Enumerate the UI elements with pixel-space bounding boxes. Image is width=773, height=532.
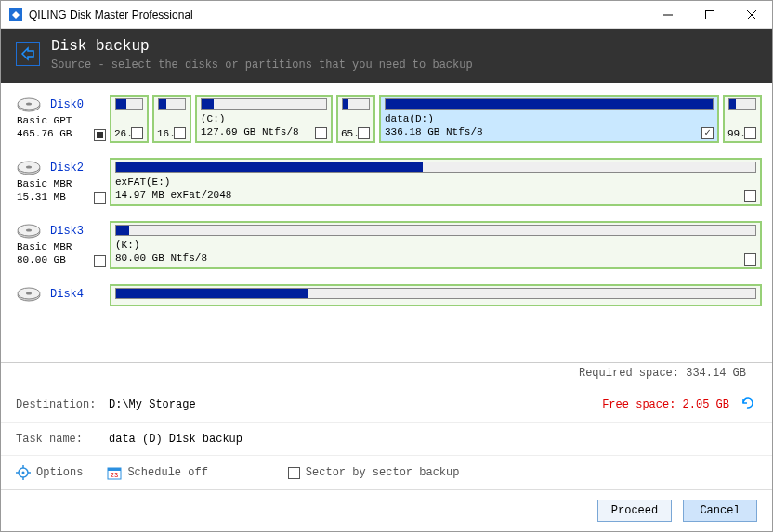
footer: Proceed Cancel bbox=[1, 490, 772, 531]
page-subtitle: Source - select the disks or partitions … bbox=[51, 58, 473, 71]
disk-info[interactable]: Disk0 Basic GPT 465.76 GB bbox=[15, 95, 106, 143]
partition-checkbox[interactable] bbox=[744, 127, 756, 139]
partition-label: (K:) bbox=[115, 240, 756, 251]
disk-drive-icon bbox=[15, 221, 43, 241]
disk-drive-icon bbox=[15, 158, 43, 178]
disk-info[interactable]: Disk4 bbox=[15, 284, 106, 306]
svg-text:23: 23 bbox=[111, 472, 118, 479]
taskname-value[interactable]: data (D) Disk backup bbox=[109, 433, 757, 446]
disk-type: Basic MBR bbox=[17, 178, 106, 189]
disk-size: 15.31 MB bbox=[17, 191, 106, 202]
schedule-button[interactable]: 23 Schedule off bbox=[107, 465, 207, 480]
partition-checkbox[interactable] bbox=[744, 253, 756, 266]
svg-point-13 bbox=[26, 229, 32, 232]
partition[interactable]: (C:) 127.69 GB Ntfs/8 bbox=[195, 95, 333, 143]
partition-detail: 80.00 GB Ntfs/8 bbox=[115, 253, 756, 264]
partition-size: 16. bbox=[157, 128, 176, 139]
disk-type: Basic GPT bbox=[17, 115, 106, 126]
destination-row: Destination: D:\My Storage Free space: 2… bbox=[1, 387, 772, 423]
page-title: Disk backup bbox=[51, 38, 473, 55]
svg-point-7 bbox=[26, 103, 32, 106]
disk-list[interactable]: Disk0 Basic GPT 465.76 GB 26. 16. (C:) 1… bbox=[1, 83, 772, 363]
page-header: Disk backup Source - select the disks or… bbox=[1, 29, 772, 83]
disk-row: Disk2 Basic MBR 15.31 MB exFAT(E:) 14.97… bbox=[12, 155, 765, 209]
svg-point-16 bbox=[26, 292, 32, 295]
disk-name: Disk3 bbox=[50, 225, 106, 238]
disk-size: 80.00 GB bbox=[17, 254, 106, 266]
options-button[interactable]: Options bbox=[16, 465, 83, 480]
partition[interactable] bbox=[110, 284, 762, 306]
disk-name: Disk4 bbox=[50, 288, 106, 301]
partition-label: exFAT(E:) bbox=[115, 176, 756, 188]
sector-backup-toggle[interactable]: Sector by sector backup bbox=[288, 466, 460, 479]
destination-label: Destination: bbox=[16, 398, 109, 411]
partition-checkbox[interactable] bbox=[358, 127, 370, 139]
gear-icon bbox=[16, 465, 31, 480]
disk-drive-icon bbox=[15, 284, 43, 305]
disk-row: Disk4 bbox=[12, 281, 765, 309]
taskname-row: Task name: data (D) Disk backup bbox=[1, 423, 772, 456]
sector-label: Sector by sector backup bbox=[306, 466, 460, 479]
disk-backup-icon bbox=[16, 42, 40, 66]
minimize-button[interactable] bbox=[647, 1, 688, 28]
disk-info[interactable]: Disk2 Basic MBR 15.31 MB bbox=[15, 158, 106, 206]
svg-rect-24 bbox=[108, 468, 121, 471]
disk-size: 465.76 GB bbox=[17, 128, 106, 139]
schedule-label: Schedule off bbox=[127, 466, 207, 479]
partition-label: data(D:) bbox=[385, 113, 714, 124]
disk-drive-icon bbox=[15, 95, 43, 115]
partition-checkbox[interactable] bbox=[174, 127, 186, 139]
partition-label: (C:) bbox=[201, 113, 327, 124]
disk-info[interactable]: Disk3 Basic MBR 80.00 GB bbox=[15, 221, 106, 269]
sector-checkbox[interactable] bbox=[288, 467, 300, 479]
options-bar: Options 23 Schedule off Sector by sector… bbox=[1, 456, 772, 490]
proceed-button[interactable]: Proceed bbox=[597, 500, 672, 522]
partition-checkbox[interactable] bbox=[315, 127, 327, 139]
svg-point-10 bbox=[26, 166, 32, 169]
partition[interactable]: 16. bbox=[152, 95, 191, 143]
refresh-icon[interactable] bbox=[740, 396, 757, 413]
disk-row: Disk3 Basic MBR 80.00 GB (K:) 80.00 GB N… bbox=[12, 218, 765, 272]
partition-checkbox[interactable] bbox=[701, 127, 714, 139]
taskname-label: Task name: bbox=[16, 433, 109, 446]
cancel-button[interactable]: Cancel bbox=[683, 500, 757, 522]
partition[interactable]: 99. bbox=[723, 95, 762, 143]
partition-selected[interactable]: data(D:) 336.18 GB Ntfs/8 bbox=[379, 95, 719, 143]
disk-checkbox[interactable] bbox=[94, 192, 106, 204]
partition[interactable]: (K:) 80.00 GB Ntfs/8 bbox=[110, 221, 762, 269]
partition-size: 26. bbox=[114, 128, 133, 139]
destination-value[interactable]: D:\My Storage bbox=[109, 398, 602, 411]
partition-detail: 14.97 MB exFat/2048 bbox=[115, 189, 756, 201]
disk-checkbox[interactable] bbox=[94, 255, 106, 267]
partition-checkbox[interactable] bbox=[744, 190, 756, 202]
disk-type: Basic MBR bbox=[17, 241, 106, 253]
titlebar: QILING Disk Master Professional bbox=[1, 1, 772, 29]
close-button[interactable] bbox=[730, 1, 772, 28]
partition[interactable]: 26. bbox=[110, 95, 149, 143]
partition-detail: 127.69 GB Ntfs/8 bbox=[201, 126, 327, 137]
svg-point-18 bbox=[22, 472, 25, 474]
app-icon bbox=[8, 7, 23, 22]
options-label: Options bbox=[36, 466, 83, 479]
free-space: Free space: 2.05 GB bbox=[602, 398, 729, 411]
calendar-icon: 23 bbox=[107, 465, 122, 480]
required-space: Required space: 334.14 GB bbox=[1, 363, 772, 387]
partition-checkbox[interactable] bbox=[131, 127, 143, 139]
maximize-button[interactable] bbox=[688, 1, 730, 28]
disk-checkbox[interactable] bbox=[94, 129, 106, 141]
partition-size: 65. bbox=[341, 128, 360, 139]
partition[interactable]: exFAT(E:) 14.97 MB exFat/2048 bbox=[110, 158, 762, 206]
disk-row: Disk0 Basic GPT 465.76 GB 26. 16. (C:) 1… bbox=[12, 92, 765, 146]
disk-name: Disk0 bbox=[50, 98, 106, 111]
partition[interactable]: 65. bbox=[336, 95, 375, 143]
partition-size: 99. bbox=[727, 128, 746, 139]
window-title: QILING Disk Master Professional bbox=[29, 8, 647, 21]
disk-name: Disk2 bbox=[50, 162, 106, 175]
svg-rect-2 bbox=[705, 10, 714, 19]
partition-detail: 336.18 GB Ntfs/8 bbox=[385, 126, 714, 137]
